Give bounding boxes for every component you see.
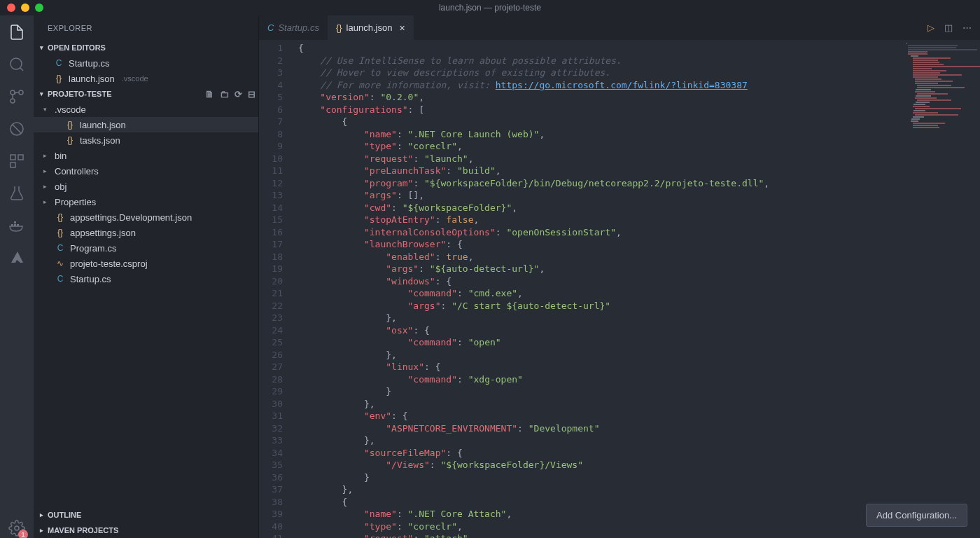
svg-point-2 <box>19 90 23 95</box>
svg-point-14 <box>15 526 19 530</box>
file-item[interactable]: CStartup.cs <box>34 271 258 287</box>
activity-bar <box>0 15 34 538</box>
open-editor-item[interactable]: CStartup.cs <box>34 55 258 71</box>
editor-area: CStartup.cs{}launch.json× ▷ ◫ ⋯ 12345678… <box>259 15 980 538</box>
svg-rect-13 <box>14 221 16 223</box>
title-bar: launch.json — projeto-teste <box>0 0 980 15</box>
folder-item[interactable]: ▸Properties <box>34 194 258 209</box>
folder-item[interactable]: ▸bin <box>34 148 258 163</box>
sidebar-title: EXPLORER <box>34 15 258 40</box>
extensions-icon[interactable] <box>7 151 27 171</box>
close-window-button[interactable] <box>7 4 15 12</box>
svg-line-1 <box>20 68 23 71</box>
chevron-down-icon: ▾ <box>38 90 45 97</box>
chevron-right-icon: ▸ <box>43 167 50 174</box>
svg-point-3 <box>10 99 15 103</box>
chevron-right-icon: ▸ <box>38 511 45 518</box>
maven-section[interactable]: ▸ MAVEN PROJECTS <box>34 523 258 538</box>
collapse-all-icon[interactable]: ⊟ <box>248 89 255 99</box>
outline-section[interactable]: ▸ OUTLINE <box>34 507 258 523</box>
chevron-down-icon: ▾ <box>43 106 50 113</box>
chevron-right-icon: ▸ <box>43 183 50 190</box>
svg-line-6 <box>13 125 21 133</box>
debug-icon[interactable] <box>7 119 27 139</box>
sidebar: EXPLORER ▾ OPEN EDITORS CStartup.cs{}lau… <box>34 15 259 538</box>
open-editor-item[interactable]: {}launch.json.vscode <box>34 71 258 86</box>
refresh-icon[interactable]: ⟳ <box>234 89 242 99</box>
tab-bar: CStartup.cs{}launch.json× ▷ ◫ ⋯ <box>259 15 980 40</box>
file-item[interactable]: {}appsettings.Development.json <box>34 209 258 225</box>
source-control-icon[interactable] <box>7 87 27 106</box>
minimize-window-button[interactable] <box>21 4 29 12</box>
file-item[interactable]: {}tasks.json <box>34 132 258 148</box>
file-item[interactable]: CProgram.cs <box>34 240 258 256</box>
open-launch-icon[interactable]: ▷ <box>927 22 934 33</box>
folder-item[interactable]: ▾.vscode <box>34 102 258 117</box>
chevron-down-icon: ▾ <box>38 44 45 51</box>
open-editors-section[interactable]: ▾ OPEN EDITORS <box>34 40 258 55</box>
editor-tab[interactable]: {}launch.json× <box>328 15 414 40</box>
folder-item[interactable]: ▸Controllers <box>34 163 258 179</box>
explorer-icon[interactable] <box>7 22 27 42</box>
split-editor-icon[interactable]: ◫ <box>944 22 953 33</box>
search-icon[interactable] <box>7 55 27 74</box>
svg-rect-9 <box>10 163 15 167</box>
more-actions-icon[interactable]: ⋯ <box>962 22 972 33</box>
chevron-right-icon: ▸ <box>38 527 45 534</box>
maximize-window-button[interactable] <box>35 4 43 12</box>
chevron-right-icon: ▸ <box>43 198 50 205</box>
add-configuration-button[interactable]: Add Configuration... <box>866 504 967 527</box>
svg-rect-7 <box>10 155 15 160</box>
close-tab-icon[interactable]: × <box>399 22 405 34</box>
file-item[interactable]: ∿projeto-teste.csproj <box>34 256 258 271</box>
svg-point-0 <box>10 58 22 69</box>
test-icon[interactable] <box>7 184 27 203</box>
folder-item[interactable]: ▸obj <box>34 179 258 194</box>
svg-rect-8 <box>18 155 23 160</box>
file-item[interactable]: {}appsettings.json <box>34 225 258 240</box>
file-item[interactable]: {}launch.json <box>34 117 258 132</box>
window-title: launch.json — projeto-teste <box>439 3 541 13</box>
docker-icon[interactable] <box>7 216 27 235</box>
new-folder-icon[interactable]: 🗀 <box>220 89 229 99</box>
chevron-right-icon: ▸ <box>43 152 50 159</box>
code-editor[interactable]: 1234567891011121314151617181920212223242… <box>259 40 980 538</box>
azure-icon[interactable] <box>7 248 27 268</box>
project-section[interactable]: ▾ PROJETO-TESTE 🗎 🗀 ⟳ ⊟ <box>34 86 258 102</box>
editor-tab[interactable]: CStartup.cs <box>259 15 328 40</box>
settings-gear-icon[interactable] <box>7 518 27 538</box>
new-file-icon[interactable]: 🗎 <box>205 89 214 99</box>
svg-point-4 <box>10 90 15 95</box>
minimap[interactable] <box>903 40 980 166</box>
